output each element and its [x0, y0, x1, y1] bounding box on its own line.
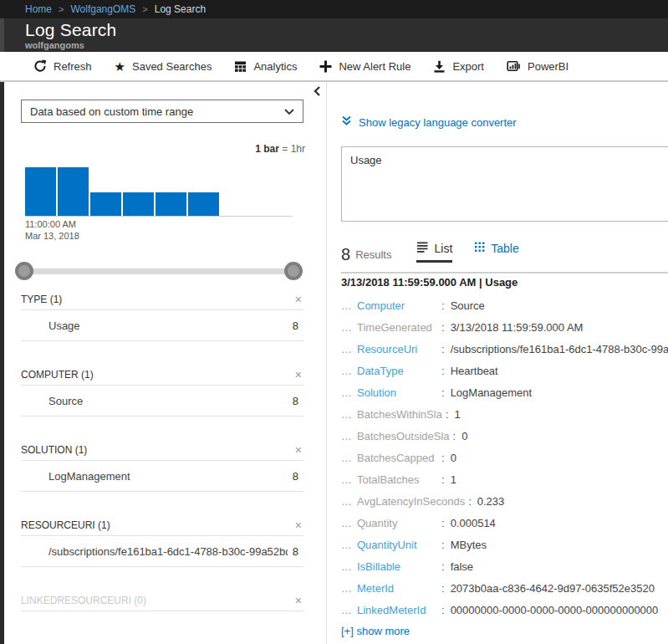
breadcrumb: Home > WolfgangOMS > Log Search	[0, 0, 668, 18]
histogram-bar[interactable]	[188, 192, 219, 216]
facet-items: LogManagement8	[21, 461, 303, 492]
facet-items: /subscriptions/fe161ba1-6dc1-4788-b30c-9…	[21, 536, 303, 567]
record-field-row: …ResourceUri:/subscriptions/fe161ba1-6dc…	[341, 338, 668, 360]
field-menu-icon[interactable]: …	[341, 539, 357, 551]
field-colon: :	[441, 299, 445, 312]
field-colon: :	[441, 386, 445, 399]
field-menu-icon[interactable]: …	[341, 386, 357, 399]
facet-title: SOLUTION (1)	[21, 444, 87, 456]
tab-list[interactable]: List	[416, 241, 452, 263]
field-colon: :	[441, 473, 445, 486]
field-menu-icon[interactable]: …	[341, 430, 357, 442]
field-menu-icon[interactable]: …	[341, 473, 357, 486]
field-value: 0	[461, 430, 467, 442]
export-button[interactable]: Export	[433, 60, 484, 73]
field-name[interactable]: QuantityUnit	[357, 539, 438, 551]
field-menu-icon[interactable]: …	[341, 321, 357, 334]
facet-item-count: 8	[293, 395, 298, 407]
facet-title: RESOURCEURI (1)	[21, 519, 110, 531]
new-alert-rule-button[interactable]: New Alert Rule	[319, 60, 410, 73]
time-slider-handle-left[interactable]	[15, 262, 33, 280]
close-icon[interactable]: ×	[295, 294, 302, 305]
field-menu-icon[interactable]: …	[341, 582, 357, 595]
facet-group: LINKEDRESOURCEURI (0) ×	[21, 590, 303, 611]
page-header: Log Search wolfgangoms	[0, 18, 668, 52]
export-label: Export	[452, 60, 484, 73]
breadcrumb-workspace[interactable]: WolfgangOMS	[70, 3, 135, 15]
facet-header: TYPE (1) ×	[21, 289, 303, 310]
field-colon: :	[441, 560, 445, 573]
facet-header: COMPUTER (1) ×	[21, 364, 303, 386]
field-name[interactable]: LinkedMeterId	[357, 604, 438, 616]
facet-header: SOLUTION (1) ×	[21, 439, 303, 461]
refresh-label: Refresh	[54, 60, 92, 73]
histogram-bar[interactable]	[156, 192, 186, 216]
record-field-row: …TotalBatches:1	[341, 468, 668, 490]
close-icon[interactable]: ×	[295, 595, 302, 606]
results-pane: Show legacy language converter Usage 8 R…	[327, 82, 668, 644]
field-menu-icon[interactable]: …	[341, 408, 357, 421]
field-value: 2073b0aa-c836-4642-9d97-0635f52e3520	[451, 582, 655, 595]
histogram-bar[interactable]	[25, 167, 56, 216]
facet-item-label: Source	[48, 395, 288, 407]
field-name: BatchesWithinSla	[357, 408, 442, 421]
field-value: 3/13/2018 11:59:59.000 AM	[451, 321, 584, 334]
query-input[interactable]: Usage	[341, 146, 668, 222]
close-icon[interactable]: ×	[295, 519, 302, 531]
analytics-button[interactable]: Analytics	[234, 60, 297, 73]
close-icon[interactable]: ×	[295, 444, 302, 456]
axis-label-time: 11:00:00 AM	[25, 219, 76, 229]
close-icon[interactable]: ×	[295, 369, 302, 381]
field-menu-icon[interactable]: …	[341, 365, 357, 377]
table-icon	[474, 241, 486, 255]
breadcrumb-home[interactable]: Home	[25, 3, 52, 15]
workspace-name: wolfgangoms	[25, 40, 84, 50]
facet-item[interactable]: /subscriptions/fe161ba1-6dc1-4788-b30c-9…	[21, 536, 303, 567]
field-menu-icon[interactable]: …	[341, 299, 357, 312]
command-toolbar: Refresh ★ Saved Searches Analytics New A…	[0, 52, 668, 82]
legacy-converter-label: Show legacy language converter	[359, 116, 517, 129]
field-name[interactable]: MeterId	[357, 582, 438, 595]
field-menu-icon[interactable]: …	[341, 560, 357, 573]
field-name[interactable]: Solution	[357, 386, 438, 399]
facet-item[interactable]: Usage8	[21, 310, 303, 341]
main-area: Data based on custom time range 1 bar = …	[0, 82, 668, 644]
field-colon: :	[453, 430, 456, 442]
facet-item-label: LogManagement	[48, 470, 288, 483]
tab-table[interactable]: Table	[474, 241, 518, 263]
time-slider-handle-right[interactable]	[284, 262, 303, 280]
legacy-converter-link[interactable]: Show legacy language converter	[341, 115, 517, 129]
tab-list-label: List	[434, 242, 452, 255]
record-field-row: …IsBillable:false	[341, 555, 668, 577]
field-colon: :	[441, 517, 445, 529]
facet-item[interactable]: LogManagement8	[21, 461, 303, 492]
powerbi-button[interactable]: PowerBI	[507, 59, 569, 73]
field-name[interactable]: IsBillable	[357, 560, 438, 573]
field-menu-icon[interactable]: …	[341, 517, 357, 529]
field-name: BatchesCapped	[357, 452, 438, 464]
histogram-bar[interactable]	[90, 192, 121, 216]
refresh-button[interactable]: Refresh	[33, 59, 92, 73]
facet-header: LINKEDRESOURCEURI (0) ×	[21, 590, 303, 611]
breadcrumb-separator: >	[142, 4, 147, 14]
field-menu-icon[interactable]: …	[341, 495, 357, 508]
field-menu-icon[interactable]: …	[341, 452, 357, 464]
field-value: Source	[451, 299, 485, 312]
facet-item[interactable]: Source8	[21, 386, 303, 417]
field-menu-icon[interactable]: …	[341, 604, 357, 616]
field-colon: :	[441, 343, 445, 355]
field-name[interactable]: DataType	[357, 365, 438, 377]
show-more-link[interactable]: [+] show more	[341, 625, 668, 637]
field-value: LogManagement	[451, 386, 533, 399]
record-field-row: …Solution:LogManagement	[341, 381, 668, 403]
collapse-pane-icon[interactable]	[312, 84, 325, 98]
histogram-bar[interactable]	[123, 192, 154, 216]
saved-searches-button[interactable]: ★ Saved Searches	[115, 60, 212, 73]
breadcrumb-separator: >	[59, 4, 64, 14]
field-name[interactable]: ResourceUri	[357, 343, 438, 355]
field-menu-icon[interactable]: …	[341, 343, 357, 355]
field-name[interactable]: Computer	[357, 299, 438, 312]
histogram-legend: 1 bar = 1hr	[255, 143, 305, 155]
time-range-dropdown[interactable]: Data based on custom time range	[21, 100, 303, 123]
histogram-bar[interactable]	[58, 167, 89, 216]
